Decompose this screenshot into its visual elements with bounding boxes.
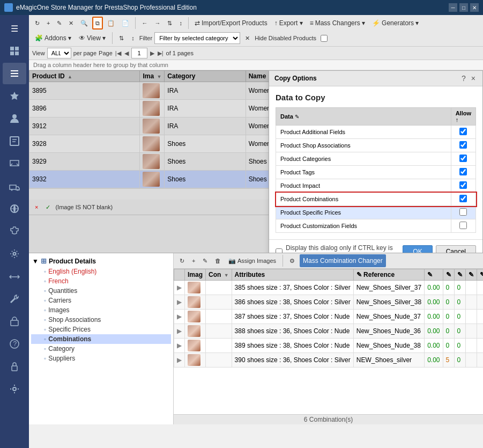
copy-table-row[interactable]: Product Shop Associations — [276, 139, 476, 152]
combo-col-v2[interactable]: ✎ — [443, 269, 454, 281]
sidebar-item-transfer[interactable] — [3, 266, 26, 287]
assign-images-btn[interactable]: 📷 Assign Images — [226, 254, 279, 267]
per-page-select[interactable]: ALL — [47, 48, 71, 58]
sidebar-item-orders[interactable] — [3, 130, 26, 152]
addons-btn[interactable]: 🧩 Addons ▾ — [32, 32, 74, 45]
tree-item[interactable]: ◦ French — [31, 276, 171, 286]
last-page-btn[interactable]: ▶| — [157, 49, 164, 57]
page-input[interactable] — [131, 48, 147, 58]
combo-col-con[interactable]: Con ▼ — [206, 269, 232, 281]
dialog-help-btn[interactable]: ? — [460, 74, 467, 83]
copy-table-row[interactable]: Product Customization Fields — [276, 219, 476, 233]
combo-col-attrs[interactable]: Attributes — [232, 269, 353, 281]
copy-row-check[interactable] — [451, 206, 475, 219]
sort4-btn[interactable]: ↕ — [129, 32, 137, 45]
copy-row-check[interactable] — [451, 152, 475, 166]
sidebar-item-modules[interactable] — [3, 221, 26, 242]
tree-item[interactable]: ◦ Carriers — [31, 296, 171, 305]
copy-table-row[interactable]: Product Additional Fields — [276, 126, 476, 139]
sidebar-item-products[interactable] — [3, 63, 26, 84]
edit-btn[interactable]: ✎ — [54, 17, 64, 30]
sort3-btn[interactable]: ⇅ — [116, 32, 127, 45]
combo-row[interactable]: ▶ 386 shoes size : 38, Shoes Color : Sil… — [174, 295, 484, 310]
back-btn[interactable]: ← — [139, 17, 150, 30]
paste-btn[interactable]: 📋 — [105, 17, 117, 30]
sidebar-item-help[interactable]: ? — [3, 333, 26, 355]
sidebar-item-settings[interactable] — [3, 243, 26, 265]
filter-clear-btn[interactable]: ✕ — [242, 32, 252, 45]
product-details-section[interactable]: ▼ ⊞ Product Details — [31, 255, 171, 267]
add-btn[interactable]: + — [44, 17, 53, 30]
combo-col-v1[interactable]: ✎ — [425, 269, 443, 281]
tree-item[interactable]: ◦ English (English) — [31, 267, 171, 276]
sidebar-item-inventory[interactable] — [3, 311, 26, 332]
copy-row-check[interactable] — [451, 193, 475, 206]
minimize-btn[interactable]: ─ — [449, 3, 457, 12]
copy-table-row[interactable]: Product Impact — [276, 179, 476, 193]
sidebar-item-preferences[interactable] — [3, 378, 26, 400]
first-page-btn[interactable]: |◀ — [115, 49, 122, 57]
detail-delete-btn[interactable]: 🗑 — [212, 254, 224, 267]
prev-page-btn[interactable]: ◀ — [124, 49, 129, 57]
tree-item[interactable]: ◦ Shop Associations — [31, 315, 171, 325]
close-btn[interactable]: ✕ — [470, 3, 479, 12]
sort2-btn[interactable]: ↕ — [176, 17, 185, 30]
copy-table-row[interactable]: Product Combinations — [276, 193, 476, 206]
combo-col-v5[interactable]: ✎ — [477, 269, 483, 281]
copy-table-row[interactable]: Product Tags — [276, 166, 476, 179]
combo-row[interactable]: ▶ 385 shoes size : 37, Shoes Color : Sil… — [174, 281, 484, 295]
sidebar-item-messages[interactable] — [3, 153, 26, 174]
delete-btn[interactable]: ✕ — [66, 17, 76, 30]
next-page-btn[interactable]: ▶ — [150, 49, 155, 57]
sidebar-item-security[interactable] — [3, 356, 26, 377]
sidebar-item-catalog[interactable] — [3, 198, 26, 219]
copy-table-row[interactable]: Product Specific Prices — [276, 206, 476, 219]
combo-col-v3[interactable]: ✎ — [454, 269, 465, 281]
view-btn[interactable]: 👁 View ▾ — [76, 32, 108, 45]
cancel-btn[interactable]: Cancel — [436, 245, 476, 253]
combo-col-img[interactable]: Imag — [185, 269, 206, 281]
copy-row-check[interactable] — [451, 126, 475, 139]
ok-btn[interactable]: OK — [403, 245, 432, 253]
sidebar-item-customers[interactable] — [3, 108, 26, 129]
import-export-btn[interactable]: ⇄ Import/Export Products — [192, 17, 270, 30]
detail-edit-btn[interactable]: ✎ — [200, 254, 210, 267]
hide-disabled-checkbox[interactable] — [321, 35, 328, 42]
combo-row[interactable]: ▶ 388 shoes size : 36, Shoes Color : Nud… — [174, 324, 484, 339]
filter-combo[interactable]: Filter by selected category — [154, 32, 240, 44]
copy-btn[interactable]: ⧉ — [92, 17, 103, 30]
maximize-btn[interactable]: □ — [459, 3, 468, 12]
sidebar-item-shipping[interactable] — [3, 175, 26, 197]
sidebar-item-favorites[interactable] — [3, 85, 26, 107]
fwd-btn[interactable]: → — [152, 17, 163, 30]
refresh-btn[interactable]: ↻ — [32, 17, 42, 30]
copy-table-row[interactable]: Product Categories — [276, 152, 476, 166]
ctrl-key-checkbox[interactable] — [276, 248, 283, 253]
copy-row-check[interactable] — [451, 166, 475, 179]
detail-settings-btn[interactable]: ⚙ — [287, 254, 298, 267]
detail-refresh-btn[interactable]: ↻ — [177, 254, 187, 267]
mass-changers-btn[interactable]: ≡ Mass Changers ▾ — [307, 17, 368, 30]
mass-combo-btn[interactable]: Mass Combination Changer — [300, 254, 386, 267]
tree-item[interactable]: ◦ Suppliers — [31, 354, 171, 363]
sidebar-item-tools[interactable] — [3, 288, 26, 310]
detail-add-btn[interactable]: + — [189, 254, 198, 267]
sort-btn[interactable]: ⇅ — [165, 17, 175, 30]
combo-row[interactable]: ▶ 390 shoes size : 36, Shoes Color : Sil… — [174, 353, 484, 368]
copy-row-check[interactable] — [451, 139, 475, 152]
combo-col-ref[interactable]: ✎ Reference — [353, 269, 424, 281]
sidebar-item-dashboard[interactable] — [3, 40, 26, 62]
tree-item[interactable]: ◦ Category — [31, 344, 171, 354]
tree-item[interactable]: ◦ Images — [31, 305, 171, 315]
combo-col-v4[interactable]: ✎ — [465, 269, 477, 281]
combo-row[interactable]: ▶ 387 shoes size : 37, Shoes Color : Nud… — [174, 310, 484, 324]
copy-row-check[interactable] — [451, 219, 475, 233]
search-btn[interactable]: 🔍 — [78, 17, 91, 30]
dialog-close-btn[interactable]: × — [470, 74, 477, 83]
sidebar-item-menu[interactable]: ☰ — [3, 18, 26, 39]
window-controls[interactable]: ─ □ ✕ — [449, 3, 479, 12]
tree-item[interactable]: ◦ Quantities — [31, 286, 171, 296]
tree-item[interactable]: ◦ Combinations — [31, 334, 171, 344]
generators-btn[interactable]: ⚡ Generators ▾ — [369, 17, 421, 30]
combo-row[interactable]: ▶ 389 shoes size : 38, Shoes Color : Nud… — [174, 339, 484, 353]
